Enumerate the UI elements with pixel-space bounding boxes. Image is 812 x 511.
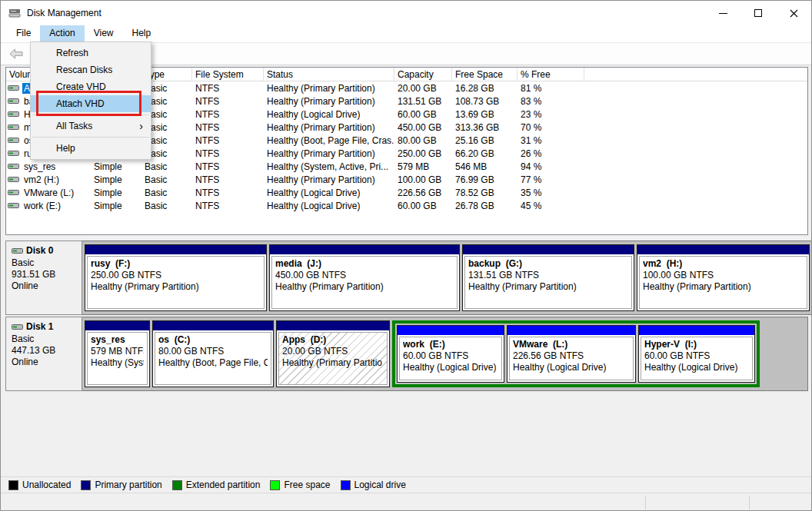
capacity-cell: 131.51 GB (394, 96, 452, 107)
partition-vm2-h-[interactable]: vm2 (H:)100.00 GB NTFSHealthy (Primary P… (637, 244, 810, 311)
legend-item-primary-partition: Primary partition (81, 479, 161, 490)
filesystem-cell: NTFS (192, 201, 264, 211)
menu-item-rescan-disks[interactable]: Rescan Disks (31, 61, 151, 78)
partition-status: Healthy (Syste (91, 357, 144, 369)
close-button[interactable] (776, 1, 811, 25)
column-header--free[interactable]: % Free (517, 68, 584, 81)
percent-free-cell: 77 % (517, 174, 584, 185)
minimize-button[interactable] (705, 1, 740, 25)
disk-label-0[interactable]: Disk 0Basic931.51 GBOnline (5, 241, 82, 315)
minimize-icon (719, 13, 727, 14)
partition-status: Healthy (Primary Partitio (282, 357, 384, 369)
partition-size: 100.00 GB NTFS (643, 270, 804, 281)
partition-rusy-f-[interactable]: rusy (F:)250.00 GB NTFSHealthy (Primary … (85, 244, 267, 311)
partition-os-c-[interactable]: os (C:)80.00 GB NTFSHealthy (Boot, Page … (152, 320, 274, 387)
capacity-cell: 226.56 GB (394, 187, 452, 198)
filesystem-cell: NTFS (192, 122, 264, 133)
attach-vhd-annotation-box (36, 91, 141, 116)
percent-free-cell: 70 % (517, 122, 584, 133)
layout-cell: Simple (91, 174, 141, 185)
partition-media-j-[interactable]: media (J:)450.00 GB NTFSHealthy (Primary… (269, 244, 460, 311)
capacity-cell: 60.00 GB (394, 109, 452, 120)
percent-free-cell: 45 % (517, 201, 584, 211)
percent-free-cell: 94 % (517, 161, 584, 172)
capacity-cell: 20.00 GB (394, 83, 452, 94)
legend-swatch (81, 480, 91, 490)
table-row[interactable]: VMware (L:)SimpleBasicNTFSHealthy (Logic… (6, 186, 807, 199)
partition-sys-res[interactable]: sys_res579 MB NTFSHealthy (Syste (85, 320, 150, 387)
status-cell: Healthy (System, Active, Pri... (264, 161, 394, 172)
volume-name-cell: VMware (L:) (6, 187, 91, 198)
partition-info: VMware (L:)226.56 GB NTFSHealthy (Logica… (509, 337, 634, 380)
back-button[interactable] (7, 45, 25, 63)
partition-backup-g-[interactable]: backup (G:)131.51 GB NTFSHealthy (Primar… (462, 244, 634, 311)
volume-drive-icon (8, 136, 19, 144)
percent-free-cell: 26 % (517, 148, 584, 159)
menu-item-help[interactable]: Help (31, 140, 151, 157)
partition-vmware-l-[interactable]: VMware (L:)226.56 GB NTFSHealthy (Logica… (507, 325, 636, 383)
partition-status: Healthy (Primary Partition) (275, 281, 454, 293)
column-header-capacity[interactable]: Capacity (394, 68, 452, 81)
partition-info: vm2 (H:)100.00 GB NTFSHealthy (Primary P… (639, 256, 807, 309)
disk-info-line: Online (12, 357, 78, 368)
disk-drive-icon (12, 247, 23, 255)
capacity-cell: 450.00 GB (394, 122, 452, 133)
filesystem-cell: NTFS (192, 174, 264, 185)
menu-item-all-tasks[interactable]: All Tasks› (31, 118, 151, 134)
partition-status: Healthy (Logical Drive) (644, 362, 749, 373)
status-cell: Healthy (Logical Drive) (264, 187, 394, 198)
disk-label-1[interactable]: Disk 1Basic447.13 GBOnline (5, 317, 82, 391)
menubar-item-view[interactable]: View (85, 25, 123, 42)
partition-band-primary (85, 321, 149, 330)
partition-info: sys_res579 MB NTFSHealthy (Syste (87, 332, 148, 385)
menubar-item-action[interactable]: Action (40, 25, 84, 42)
disk-management-window: Disk Management FileActionViewHelp Vo (0, 0, 812, 511)
menu-item-refresh[interactable]: Refresh (31, 45, 151, 61)
partition-size: 60.00 GB NTFS (403, 350, 498, 362)
column-header-free-space[interactable]: Free Space (452, 68, 517, 81)
menu-separator (32, 137, 149, 138)
partition-hyper-v-i-[interactable]: Hyper-V (I:)60.00 GB NTFSHealthy (Logica… (638, 325, 755, 383)
partition-size: 20.00 GB NTFS (282, 346, 384, 357)
maximize-button[interactable] (740, 1, 776, 25)
title-bar: Disk Management (1, 1, 811, 25)
disk-name: Disk 0 (12, 245, 78, 256)
type-cell: Basic (141, 187, 192, 198)
partition-work-e-[interactable]: work (E:)60.00 GB NTFSHealthy (Logical D… (397, 325, 504, 383)
partition-name: vm2 (H:) (643, 258, 804, 270)
disk-0-partitions: rusy (F:)250.00 GB NTFSHealthy (Primary … (82, 241, 812, 315)
partition-band-primary (270, 245, 459, 254)
volume-drive-icon (8, 123, 19, 131)
partition-status: Healthy (Logical Drive) (403, 362, 498, 373)
filesystem-cell: NTFS (192, 135, 264, 146)
table-row[interactable]: sys_resSimpleBasicNTFSHealthy (System, A… (6, 160, 807, 173)
column-header-file-system[interactable]: File System (192, 68, 264, 81)
volume-drive-icon (8, 201, 19, 210)
menu-bar: FileActionViewHelp (1, 25, 811, 42)
table-row[interactable]: work (E:)SimpleBasicNTFSHealthy (Logical… (6, 199, 807, 212)
freespace-cell: 26.78 GB (452, 201, 517, 211)
menubar-item-help[interactable]: Help (123, 25, 161, 42)
filesystem-cell: NTFS (192, 148, 264, 159)
statusbar-divider (749, 496, 750, 509)
partition-band-primary (277, 321, 389, 330)
disk-name-text: Disk 0 (26, 245, 53, 256)
partition-name: VMware (L:) (513, 339, 630, 350)
type-cell: Basic (141, 161, 192, 172)
freespace-cell: 13.69 GB (452, 109, 517, 120)
column-header-status[interactable]: Status (264, 68, 394, 81)
legend-item-unallocated: Unallocated (8, 479, 71, 490)
table-row[interactable]: vm2 (H:)SimpleBasicNTFSHealthy (Primary … (6, 173, 807, 186)
partition-status: Healthy (Primary Partition) (91, 281, 261, 293)
freespace-cell: 546 MB (452, 161, 517, 172)
partition-band-primary (153, 321, 273, 330)
partition-apps-d-[interactable]: Apps (D:)20.00 GB NTFSHealthy (Primary P… (276, 320, 390, 387)
partition-size: 226.56 GB NTFS (513, 350, 630, 362)
column-header-filler (584, 68, 807, 81)
percent-free-cell: 35 % (517, 187, 584, 198)
volume-drive-icon (8, 97, 19, 105)
menubar-item-file[interactable]: File (7, 25, 40, 42)
partition-name: rusy (F:) (91, 258, 261, 270)
capacity-cell: 80.00 GB (394, 135, 452, 146)
partition-size: 579 MB NTFS (91, 346, 144, 357)
